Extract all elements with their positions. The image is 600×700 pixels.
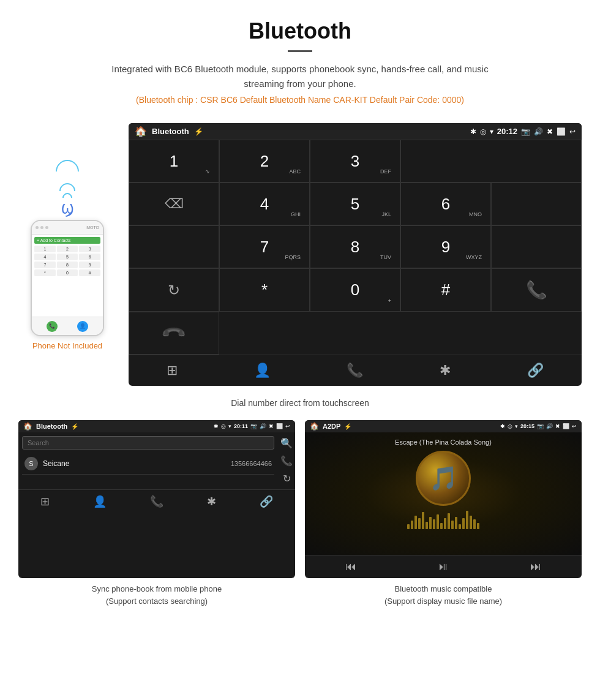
dial-call-btn[interactable]: 📞: [491, 268, 582, 312]
search-bar[interactable]: Search: [22, 436, 274, 450]
phone-key: 3: [79, 246, 100, 252]
home-icon-small[interactable]: 🏠: [23, 422, 32, 431]
bt-btn[interactable]: ✱: [207, 495, 216, 508]
phone-key: 8: [57, 262, 78, 268]
bt-status-icon: ✱: [470, 127, 476, 136]
dial-empty-1: [491, 183, 582, 225]
music-screen-block: 🏠 A2DP ⚡ ✱ ◎ ▾ 20:15 📷 🔊 ✖ ⬜ ↩: [305, 420, 582, 607]
contacts-body: Search S Seicane 13566664466 🔍 📞 ↻: [18, 432, 295, 489]
music-win[interactable]: ⬜: [563, 423, 569, 429]
contacts-list: Search S Seicane 13566664466: [18, 432, 278, 489]
dial-empty-2: [129, 225, 219, 268]
phone-key: 5: [57, 254, 78, 260]
eq-bar: [422, 512, 424, 529]
phone-top-dots: [36, 226, 48, 229]
dial-caption: Dial number direct from touchscreen: [0, 398, 600, 408]
dial-key-hash[interactable]: #: [400, 268, 491, 312]
dial-section: Ϣ MOTO + Add to Contacts 1 2 3 4 5: [0, 123, 600, 392]
music-status-left: 🏠 A2DP ⚡: [310, 422, 351, 431]
music-status-right: ✱ ◎ ▾ 20:15 📷 🔊 ✖ ⬜ ↩: [500, 423, 577, 429]
dial-key-4[interactable]: 4GHI: [219, 183, 310, 225]
dial-key-7[interactable]: 7PQRS: [219, 225, 310, 268]
link-icon[interactable]: 🔗: [527, 363, 544, 378]
camera-icon[interactable]: 📷: [521, 127, 530, 136]
dial-refresh[interactable]: ↻: [129, 268, 219, 312]
contact-row[interactable]: S Seicane 13566664466: [22, 453, 274, 475]
dial-key-6[interactable]: 6MNO: [400, 183, 491, 225]
car-dialpad-area: 1∿ 2ABC 3DEF ⌫ 4GHI 5JKL 6MNO 7PQRS 8TUV…: [129, 140, 582, 355]
red-phone-icon: 📞: [160, 320, 188, 347]
grid-icon[interactable]: ⊞: [167, 363, 178, 378]
win-small[interactable]: ⬜: [276, 423, 283, 429]
refresh-icon-right[interactable]: ↻: [280, 473, 293, 484]
dial-key-1[interactable]: 1∿: [129, 140, 219, 183]
page-specs: (Bluetooth chip : CSR BC6 Default Blueto…: [12, 95, 588, 105]
phone-screen: + Add to Contacts 1 2 3 4 5 6 7 8 9 * 0 …: [32, 235, 103, 317]
vol-small[interactable]: 🔊: [260, 423, 266, 429]
eq-bar: [444, 518, 446, 529]
bluetooth-logo: Ϣ: [61, 201, 74, 217]
music-cam[interactable]: 📷: [537, 423, 544, 429]
person-btn[interactable]: 👤: [93, 495, 107, 508]
eq-bar: [455, 517, 457, 529]
bluetooth-icon[interactable]: ✱: [440, 363, 451, 378]
dial-backspace[interactable]: ⌫: [129, 183, 219, 225]
phone-key: #: [79, 269, 100, 276]
back-small[interactable]: ↩: [285, 423, 290, 429]
bottom-screens: 🏠 Bluetooth ⚡ ✱ ◎ ▾ 20:11 📷 🔊 ✖ ⬜ ↩: [0, 420, 600, 619]
music-home-icon[interactable]: 🏠: [310, 422, 319, 431]
signal-icon: ▾: [490, 127, 493, 136]
eq-bar: [407, 524, 410, 529]
phone-icon[interactable]: 📞: [347, 363, 363, 378]
car-screen-bottom-bar: ⊞ 👤 📞 ✱ 🔗: [129, 355, 582, 386]
car-status-bar: 🏠 Bluetooth ⚡ ✱ ◎ ▾ 20:12 📷 🔊 ✖ ⬜ ↩: [129, 123, 582, 140]
eq-bar: [429, 517, 432, 529]
phone-dot: [36, 226, 39, 229]
volume-icon[interactable]: 🔊: [534, 127, 543, 136]
music-status-bar: 🏠 A2DP ⚡ ✱ ◎ ▾ 20:15 📷 🔊 ✖ ⬜ ↩: [305, 420, 582, 432]
dial-key-2[interactable]: 2ABC: [219, 140, 310, 183]
music-song-title: Escape (The Pina Colada Song): [395, 438, 492, 446]
car-screen: 🏠 Bluetooth ⚡ ✱ ◎ ▾ 20:12 📷 🔊 ✖ ⬜ ↩: [129, 123, 582, 386]
phone-dot: [40, 226, 43, 229]
window-icon[interactable]: ⬜: [557, 127, 566, 136]
eq-bar: [426, 522, 428, 529]
close-icon[interactable]: ✖: [547, 127, 553, 136]
music-vol[interactable]: 🔊: [546, 423, 553, 429]
search-icon-right[interactable]: 🔍: [280, 437, 293, 449]
phone-dialpad: 1 2 3 4 5 6 7 8 9 * 0 #: [34, 246, 100, 276]
back-icon[interactable]: ↩: [569, 127, 576, 136]
x-small[interactable]: ✖: [269, 423, 274, 429]
dial-key-3[interactable]: 3DEF: [310, 140, 400, 183]
home-icon[interactable]: 🏠: [135, 126, 147, 137]
contacts-screen-block: 🏠 Bluetooth ⚡ ✱ ◎ ▾ 20:11 📷 🔊 ✖ ⬜ ↩: [18, 420, 295, 607]
music-x[interactable]: ✖: [555, 423, 560, 429]
link-btn[interactable]: 🔗: [260, 495, 273, 508]
eq-bar: [433, 519, 435, 529]
cam-small[interactable]: 📷: [250, 423, 257, 429]
next-btn[interactable]: ⏭: [530, 560, 541, 573]
dial-key-star[interactable]: *: [219, 268, 310, 312]
dial-end-btn[interactable]: 📞: [129, 312, 219, 355]
grid-btn[interactable]: ⊞: [40, 495, 50, 508]
play-pause-btn[interactable]: ⏯: [438, 560, 449, 573]
dial-key-0[interactable]: 0+: [310, 268, 400, 312]
green-phone-icon: 📞: [526, 280, 547, 300]
music-sig-icon: ▾: [515, 423, 518, 429]
call-icon-right[interactable]: 📞: [280, 455, 293, 467]
loc-icon-small: ◎: [221, 423, 226, 429]
contact-name: Seicane: [43, 459, 231, 468]
dial-empty-3: [491, 225, 582, 268]
phone-btn[interactable]: 📞: [150, 495, 163, 508]
music-back[interactable]: ↩: [572, 423, 577, 429]
dial-key-8[interactable]: 8TUV: [310, 225, 400, 268]
music-usb-icon: ⚡: [344, 423, 351, 430]
time-display: 20:12: [497, 127, 517, 136]
contact-icon[interactable]: 👤: [254, 363, 271, 378]
signal-visual: Ϣ: [56, 160, 79, 217]
dial-key-5[interactable]: 5JKL: [310, 183, 400, 225]
usb-icon: ⚡: [194, 127, 203, 136]
prev-btn[interactable]: ⏮: [345, 560, 356, 573]
dial-key-9[interactable]: 9WXYZ: [400, 225, 491, 268]
music-caption: Bluetooth music compatible(Support displ…: [305, 583, 582, 607]
